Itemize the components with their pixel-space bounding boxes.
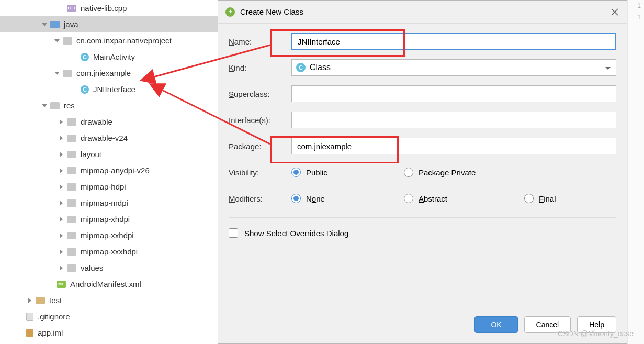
- modifiers-label: Modifiers:: [229, 194, 291, 203]
- superclass-label: Superclass:: [229, 90, 291, 98]
- tree-item-label: drawable-v24: [81, 134, 128, 142]
- chevron-down-icon[interactable]: [53, 70, 61, 77]
- chevron-right-icon[interactable]: [26, 297, 33, 304]
- pkg-icon: [67, 199, 76, 207]
- tree-item[interactable]: cn.com.inxpar.nativeproject: [0, 32, 218, 49]
- tree-item[interactable]: drawable-v24: [0, 130, 218, 146]
- tree-item[interactable]: com.jniexample: [0, 65, 218, 81]
- watermark: CSDN @Minority_ease: [558, 329, 634, 338]
- tree-item-label: native-lib.cpp: [81, 4, 127, 13]
- tree-item[interactable]: mipmap-anydpi-v26: [0, 162, 218, 179]
- project-tree[interactable]: C++native-lib.cppjavacn.com.inxpar.nativ…: [0, 0, 218, 344]
- tree-item[interactable]: mipmap-hdpi: [0, 179, 218, 195]
- tree-item[interactable]: mipmap-xxxhdpi: [0, 243, 218, 260]
- package-input[interactable]: [291, 138, 616, 154]
- class-icon: C: [296, 63, 306, 72]
- visibility-public-radio[interactable]: [291, 168, 301, 177]
- visibility-public-label: Public: [306, 168, 327, 177]
- tree-item-label: mipmap-xxxhdpi: [81, 247, 138, 256]
- ok-button[interactable]: OK: [474, 316, 517, 333]
- pkg-icon: [67, 264, 76, 272]
- chevron-right-icon[interactable]: [58, 183, 65, 191]
- name-input[interactable]: [291, 33, 616, 50]
- kind-value: Class: [310, 63, 331, 72]
- tree-item[interactable]: mipmap-xhdpi: [0, 211, 218, 227]
- tree-item[interactable]: CJNIInterface: [0, 81, 218, 97]
- name-label: Name:: [229, 37, 291, 46]
- spacer: [71, 53, 78, 61]
- tree-item[interactable]: mipmap-xxhdpi: [0, 227, 218, 243]
- folder-blue-icon: [50, 21, 60, 28]
- pkg-icon: [67, 183, 76, 191]
- tree-item[interactable]: CMainActivity: [0, 49, 218, 65]
- tree-item-label: values: [81, 263, 103, 272]
- kind-select[interactable]: C Class: [291, 59, 616, 76]
- interfaces-input[interactable]: [291, 112, 616, 128]
- tree-item-label: mipmap-mdpi: [81, 198, 128, 207]
- iml-icon: [26, 329, 33, 337]
- tree-item[interactable]: layout: [0, 146, 218, 162]
- divider: [229, 217, 616, 218]
- file-icon: [26, 313, 33, 321]
- pkg-icon: [67, 118, 76, 126]
- create-class-dialog: ✦ Create New Class Name: Kind: C Class S…: [218, 0, 627, 344]
- pkg-icon: [67, 216, 76, 223]
- folder-icon: [36, 297, 45, 304]
- modifier-final-label: Final: [539, 194, 556, 203]
- chevron-right-icon[interactable]: [58, 216, 65, 223]
- tree-item[interactable]: app.iml: [0, 325, 218, 341]
- spacer: [58, 5, 65, 12]
- tree-item-label: app.iml: [38, 328, 63, 337]
- kind-label: Kind:: [229, 63, 291, 72]
- modifier-final-radio[interactable]: [524, 194, 534, 203]
- visibility-label: Visibility:: [229, 168, 291, 177]
- show-overrides-checkbox[interactable]: [229, 228, 238, 238]
- tree-item-label: MainActivity: [93, 52, 135, 61]
- chevron-right-icon[interactable]: [58, 151, 65, 158]
- tree-item-label: layout: [81, 150, 101, 159]
- pkg-res-icon: [50, 102, 60, 109]
- visibility-package-radio[interactable]: [404, 168, 413, 177]
- tree-item[interactable]: drawable: [0, 114, 218, 130]
- pkg-icon: [63, 70, 72, 77]
- c-icon: C: [81, 85, 89, 94]
- chevron-down-icon[interactable]: [53, 37, 61, 45]
- tree-item[interactable]: MFAndroidManifest.xml: [0, 276, 218, 292]
- tree-item-label: mipmap-xhdpi: [81, 215, 130, 224]
- chevron-right-icon[interactable]: [58, 118, 65, 126]
- spacer: [17, 313, 24, 320]
- spacer: [47, 281, 54, 288]
- modifier-abstract-label: Abstract: [419, 194, 447, 203]
- modifier-none-label: None: [306, 194, 325, 203]
- pkg-icon: [63, 37, 72, 45]
- editor-gutter: 1 1: [627, 0, 644, 344]
- spacer: [71, 86, 78, 93]
- tree-item[interactable]: values: [0, 260, 218, 276]
- close-icon[interactable]: [610, 7, 619, 17]
- tree-item[interactable]: res: [0, 97, 218, 114]
- chevron-right-icon[interactable]: [58, 167, 65, 174]
- tree-item-label: cn.com.inxpar.nativeproject: [76, 36, 172, 45]
- modifier-abstract-radio[interactable]: [404, 194, 413, 203]
- chevron-right-icon[interactable]: [58, 135, 65, 142]
- chevron-right-icon[interactable]: [58, 232, 65, 239]
- tree-item[interactable]: mipmap-mdpi: [0, 195, 218, 211]
- chevron-right-icon[interactable]: [58, 264, 65, 272]
- chevron-down-icon[interactable]: [41, 21, 48, 28]
- chevron-right-icon[interactable]: [58, 199, 65, 207]
- chevron-down-icon[interactable]: [41, 102, 48, 109]
- modifier-none-radio[interactable]: [291, 194, 301, 203]
- show-overrides-label: Show Select Overrides Dialog: [244, 229, 348, 238]
- pkg-icon: [67, 232, 76, 239]
- tree-item-label: AndroidManifest.xml: [70, 280, 141, 288]
- tree-item[interactable]: .gitignore: [0, 308, 218, 325]
- superclass-input[interactable]: [291, 85, 616, 102]
- dialog-form: Name: Kind: C Class Superclass: Interfac…: [218, 24, 627, 243]
- tree-item[interactable]: C++native-lib.cpp: [0, 0, 218, 16]
- dialog-buttons: OK Cancel Help: [218, 309, 627, 343]
- tree-item[interactable]: test: [0, 292, 218, 308]
- package-label: Package:: [229, 142, 291, 151]
- line-number: 1: [628, 12, 644, 23]
- chevron-right-icon[interactable]: [58, 248, 65, 256]
- tree-item[interactable]: java: [0, 16, 218, 32]
